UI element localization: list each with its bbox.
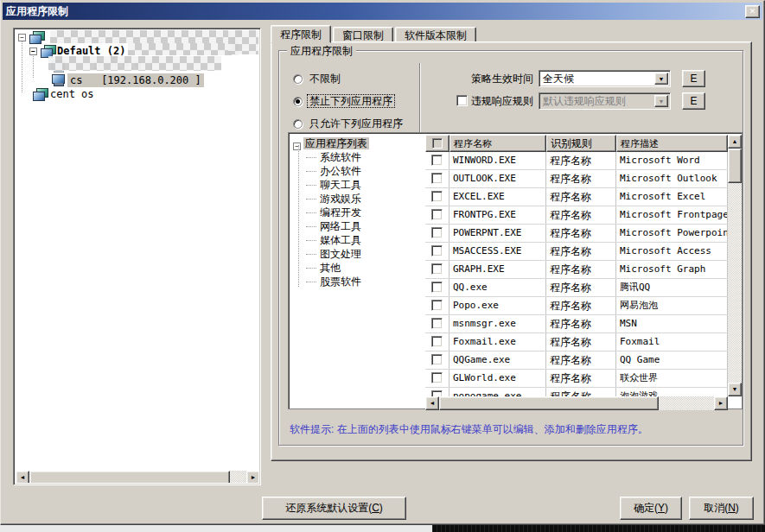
tree-item-centos-host[interactable]: cent os <box>16 88 258 101</box>
category-tree: −应用程序列表 系统软件办公软件聊天工具游戏娱乐编程开发网络工具媒体工具图文处理… <box>290 135 424 395</box>
radio-icon[interactable] <box>293 97 303 106</box>
category-tree-item[interactable]: 媒体工具 <box>313 233 361 247</box>
collapse-icon[interactable]: − <box>293 142 301 150</box>
table-row[interactable]: Foxmail.exe 程序名称 Foxmail <box>425 333 728 352</box>
table-row[interactable]: FRONTPG.EXE 程序名称 Microsoft Frontpage <box>425 206 728 225</box>
policy-time-edit-button[interactable]: E <box>682 70 705 87</box>
radio-option[interactable]: 只允许下列应用程序 <box>293 117 405 130</box>
cell-description: Microsoft Frontpage <box>616 206 728 224</box>
row-checkbox[interactable] <box>431 300 443 311</box>
row-checkbox[interactable] <box>431 372 443 383</box>
table-row[interactable]: GRAPH.EXE 程序名称 Microsoft Graph <box>425 261 728 279</box>
column-header-desc[interactable]: 程序描述 <box>616 135 728 152</box>
category-tree-item[interactable]: 编程开发 <box>313 206 361 219</box>
row-checkbox[interactable] <box>431 354 443 365</box>
scroll-down-icon[interactable]: ▼ <box>728 383 742 396</box>
category-tree-item[interactable]: 系统软件 <box>313 150 361 164</box>
category-tree-item[interactable]: 股票软件 <box>313 275 361 288</box>
row-checkbox[interactable] <box>431 318 443 329</box>
column-header-rule[interactable]: 识别规则 <box>546 135 616 152</box>
radio-option[interactable]: 禁止下列应用程序 <box>293 94 394 108</box>
violation-rule-edit-button[interactable]: E <box>682 92 705 110</box>
groupbox-title: 应用程序限制 <box>287 44 356 59</box>
tab-page-program-restriction: 应用程序限制 不限制 禁止下列应用程序 只允许下列应用程序 策略生效时间 <box>271 41 752 461</box>
row-checkbox[interactable] <box>431 245 443 256</box>
category-tree-item[interactable]: 办公软件 <box>313 164 361 178</box>
violation-rule-checkbox[interactable] <box>456 95 468 106</box>
table-row[interactable]: popogame.exe 程序名称 泡泡游戏 <box>425 388 728 396</box>
scrollbar-thumb[interactable] <box>29 471 230 483</box>
cell-rule: 程序名称 <box>546 261 616 278</box>
ok-button[interactable]: 确定(Y) <box>620 497 682 520</box>
scroll-left-icon[interactable]: ◄ <box>425 396 439 410</box>
table-row[interactable]: GLWorld.exe 程序名称 联众世界 <box>425 370 728 388</box>
cell-description: Microsoft Excel <box>616 188 728 206</box>
cell-description: 腾讯QQ <box>616 279 728 296</box>
computer-group-icon <box>41 45 55 57</box>
policy-time-combobox[interactable]: 全天候 ▼ <box>539 70 671 87</box>
row-checkbox[interactable] <box>431 155 443 166</box>
radio-icon[interactable] <box>293 74 303 84</box>
scroll-left-icon[interactable]: ◄ <box>16 471 29 483</box>
scroll-right-icon[interactable]: ► <box>714 396 728 410</box>
cell-program-name: GRAPH.EXE <box>449 261 546 278</box>
cell-rule: 程序名称 <box>546 279 616 296</box>
table-hscrollbar[interactable]: ◄ ► <box>425 396 728 410</box>
restore-defaults-button[interactable]: 还原系统默认设置(C) <box>262 497 406 520</box>
cancel-button[interactable]: 取消(N) <box>689 497 754 520</box>
table-row[interactable]: WINWORD.EXE 程序名称 Microsoft Word <box>425 152 728 170</box>
cell-rule: 程序名称 <box>546 370 616 387</box>
cell-program-name: EXCEL.EXE <box>449 188 546 206</box>
row-checkbox[interactable] <box>431 173 443 184</box>
category-tree-item[interactable]: 其他 <box>313 261 361 275</box>
category-tree-item[interactable]: 网络工具 <box>313 219 361 233</box>
host-tree: − − Default (2) 10.0.0.0 ] cs [192.168.0… <box>16 30 258 483</box>
close-button[interactable]: ✕ <box>745 5 760 18</box>
row-checkbox[interactable] <box>431 263 443 275</box>
chevron-down-icon[interactable]: ▼ <box>654 73 668 85</box>
tree-item-label: cs [192.168.0.200 ] <box>67 73 204 87</box>
table-row[interactable]: OUTLOOK.EXE 程序名称 Microsoft Outlook <box>425 170 728 188</box>
row-checkbox[interactable] <box>431 191 443 202</box>
collapse-icon[interactable]: − <box>18 34 26 41</box>
cell-description: MSN <box>616 315 728 332</box>
host-tree-hscrollbar[interactable]: ◄ ► <box>16 471 258 483</box>
cell-description: QQ Game <box>616 352 728 369</box>
category-tree-item[interactable]: 聊天工具 <box>313 178 361 192</box>
table-row[interactable]: MSACCESS.EXE 程序名称 Microsoft Access <box>425 243 728 261</box>
table-row[interactable]: Popo.exe 程序名称 网易泡泡 <box>425 297 728 315</box>
table-row[interactable]: msnmsgr.exe 程序名称 MSN <box>425 315 728 333</box>
cell-program-name: FRONTPG.EXE <box>449 206 546 224</box>
redaction-overlay <box>48 56 221 71</box>
title-bar[interactable]: 应用程序限制 ✕ <box>3 3 762 20</box>
cell-rule: 程序名称 <box>546 170 616 187</box>
cell-description: 网易泡泡 <box>616 297 728 314</box>
application-table: 程序名称 识别规则 程序描述 WINWORD.EXE 程序名称 Microsof… <box>425 135 742 410</box>
tree-item-cs-host[interactable]: cs [192.168.0.200 ] <box>16 73 258 87</box>
scroll-up-icon[interactable]: ▲ <box>728 135 742 149</box>
scrollbar-thumb[interactable] <box>439 396 659 410</box>
column-header-name[interactable]: 程序名称 <box>449 135 546 152</box>
category-tree-item[interactable]: 图文处理 <box>313 247 361 261</box>
table-row[interactable]: EXCEL.EXE 程序名称 Microsoft Excel <box>425 188 728 206</box>
row-checkbox[interactable] <box>431 282 443 293</box>
select-all-header[interactable] <box>425 135 449 152</box>
collapse-icon[interactable]: − <box>29 48 37 55</box>
row-checkbox[interactable] <box>431 336 443 347</box>
select-all-checkbox[interactable] <box>432 138 443 149</box>
cell-rule: 程序名称 <box>546 243 616 260</box>
scroll-right-icon[interactable]: ► <box>246 471 258 483</box>
table-row[interactable]: QQGame.exe 程序名称 QQ Game <box>425 352 728 370</box>
radio-option[interactable]: 不限制 <box>293 72 342 86</box>
radio-icon[interactable] <box>293 119 303 129</box>
row-checkbox[interactable] <box>431 390 443 396</box>
tab[interactable]: 程序限制 <box>271 25 331 43</box>
table-row[interactable]: QQ.exe 程序名称 腾讯QQ <box>425 279 728 297</box>
category-tree-item[interactable]: 游戏娱乐 <box>313 192 361 206</box>
row-checkbox[interactable] <box>431 227 443 238</box>
row-checkbox[interactable] <box>431 209 443 220</box>
table-row[interactable]: POWERPNT.EXE 程序名称 Microsoft Powerpoint <box>425 225 728 243</box>
category-tree-root[interactable]: −应用程序列表 <box>293 136 369 150</box>
scrollbar-thumb[interactable] <box>728 149 742 183</box>
table-vscrollbar[interactable]: ▲ ▼ <box>728 135 742 396</box>
